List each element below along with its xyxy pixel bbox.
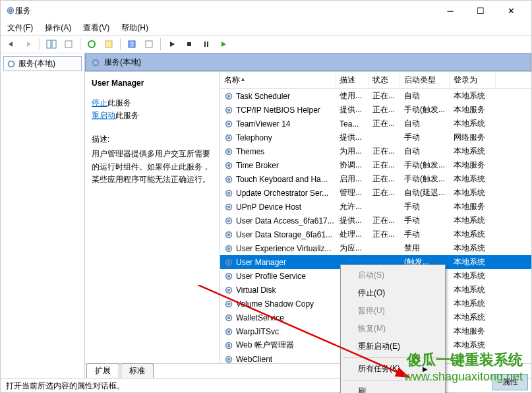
service-row[interactable]: User Experience Virtualiz...为应...禁用本地系统: [220, 241, 531, 255]
col-startup[interactable]: 启动类型: [400, 72, 450, 88]
svg-point-17: [226, 107, 232, 113]
tab-extended[interactable]: 扩展: [86, 363, 119, 378]
service-icon: [224, 92, 233, 101]
svg-point-31: [226, 204, 232, 210]
service-row[interactable]: User Data Access_6fa617...提供...正在...手动本地…: [220, 214, 531, 227]
service-row[interactable]: Touch Keyboard and Ha...启用...正在...手动(触发.…: [220, 172, 531, 186]
minimize-button[interactable]: ─: [435, 1, 465, 20]
help-icon: ?: [127, 40, 136, 49]
svg-point-23: [226, 148, 232, 154]
stop-link[interactable]: 停止: [92, 98, 107, 107]
description-text: 用户管理器提供多用户交互所需要的运行时组件。如果停止此服务，某些应用程序可能无法…: [92, 148, 213, 186]
service-row[interactable]: TCP/IP NetBIOS Helper提供...正在...手动(触发...本…: [220, 103, 531, 117]
watermark: 傻瓜一键重装系统 www.shaguaxitong.net: [404, 350, 523, 384]
svg-point-27: [226, 176, 232, 182]
menu-action[interactable]: 操作(A): [41, 21, 75, 35]
annotation-arrow: [198, 285, 422, 390]
service-row[interactable]: Themes为用...正在...自动本地系统: [220, 144, 531, 158]
svg-rect-3: [52, 40, 56, 48]
svg-point-13: [9, 61, 15, 67]
svg-point-41: [226, 273, 232, 279]
svg-rect-4: [65, 41, 72, 47]
restart-link[interactable]: 重启动: [92, 111, 115, 120]
refresh-icon: [87, 40, 96, 49]
service-row[interactable]: Task Scheduler使用...正在...自动本地系统: [220, 89, 531, 103]
restart-icon: [220, 40, 227, 48]
back-button[interactable]: [3, 37, 19, 51]
forward-button[interactable]: [20, 37, 36, 51]
tree-root-item[interactable]: 服务(本地): [3, 56, 82, 71]
help-button[interactable]: ?: [124, 37, 140, 51]
svg-rect-12: [207, 42, 208, 47]
back-icon: [6, 40, 16, 48]
svg-point-29: [226, 190, 232, 196]
col-desc[interactable]: 描述: [336, 72, 369, 88]
toolbar: ?: [1, 35, 531, 53]
start-service-button[interactable]: [164, 37, 180, 51]
service-row[interactable]: Time Broker协调...正在...手动(触发...本地服务: [220, 158, 531, 172]
properties-toolbar-button[interactable]: [101, 37, 117, 51]
service-row[interactable]: User Data Storage_6fa61...处理...正在...手动本地…: [220, 227, 531, 241]
service-row[interactable]: TeamViewer 14Tea...正在...自动本地系统: [220, 117, 531, 131]
service-row[interactable]: UPnP Device Host允许...手动本地服务: [220, 200, 531, 214]
tree-root-label: 服务(本地): [18, 58, 55, 69]
forward-icon: [23, 40, 34, 48]
svg-point-0: [8, 8, 14, 14]
svg-point-14: [93, 59, 99, 65]
svg-point-5: [88, 41, 95, 47]
tab-standard[interactable]: 标准: [121, 363, 154, 378]
svg-point-30: [228, 192, 230, 194]
svg-point-15: [226, 93, 232, 99]
col-logon[interactable]: 登录为: [450, 72, 496, 88]
svg-rect-6: [105, 41, 112, 47]
export-button[interactable]: [61, 37, 76, 51]
selected-service-name: User Manager: [92, 78, 213, 88]
col-status[interactable]: 状态: [369, 72, 400, 88]
service-icon: [224, 133, 233, 142]
menu-file[interactable]: 文件(F): [3, 21, 37, 35]
pause-service-button[interactable]: [198, 37, 214, 51]
menu-help[interactable]: 帮助(H): [117, 21, 152, 35]
svg-point-39: [226, 259, 232, 265]
stop-icon: [185, 40, 193, 48]
svg-point-38: [228, 247, 230, 249]
service-icon: [224, 147, 233, 156]
menubar: 文件(F) 操作(A) 查看(V) 帮助(H): [1, 20, 531, 35]
window-title: 服务: [15, 5, 31, 16]
service-icon: [224, 258, 233, 267]
svg-point-25: [226, 162, 232, 168]
svg-point-42: [228, 275, 230, 277]
service-icon: [224, 230, 233, 239]
services-icon: [6, 6, 15, 15]
maximize-button[interactable]: ☐: [465, 1, 496, 20]
services-icon: [91, 58, 100, 67]
svg-point-36: [228, 233, 230, 235]
service-icon: [224, 175, 233, 184]
service-icon: [224, 244, 233, 253]
restart-service-button[interactable]: [216, 37, 231, 51]
stop-service-button[interactable]: [181, 37, 197, 51]
svg-point-35: [226, 231, 232, 237]
svg-point-1: [9, 9, 12, 12]
play-icon: [168, 40, 176, 48]
refresh-button[interactable]: [84, 37, 100, 51]
svg-rect-11: [204, 42, 206, 47]
service-icon: [224, 106, 233, 115]
menu-view[interactable]: 查看(V): [79, 21, 113, 35]
col-name[interactable]: 名称▲: [220, 72, 336, 88]
svg-rect-2: [47, 40, 51, 48]
show-hide-tree-button[interactable]: [44, 37, 59, 51]
action-icon: [144, 40, 154, 49]
svg-point-33: [226, 218, 232, 224]
svg-point-19: [226, 121, 232, 127]
svg-point-20: [228, 123, 230, 125]
svg-point-24: [228, 150, 230, 152]
services-icon: [7, 59, 16, 69]
service-row[interactable]: Telephony提供...手动网络服务: [220, 131, 531, 144]
svg-point-28: [228, 178, 230, 180]
ctx-start: 启动(S): [342, 266, 444, 284]
panel-icon: [46, 40, 57, 49]
close-button[interactable]: ✕: [496, 1, 526, 20]
action-button[interactable]: [141, 37, 157, 51]
service-row[interactable]: Update Orchestrator Ser...管理...正在...自动(延…: [220, 186, 531, 200]
